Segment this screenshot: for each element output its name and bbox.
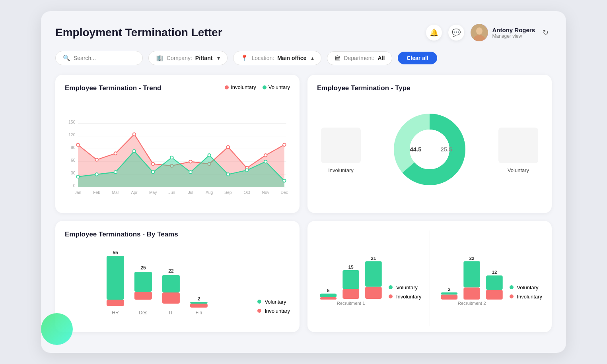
search-input[interactable] <box>74 55 135 61</box>
svg-point-33 <box>152 170 155 174</box>
svg-text:0: 0 <box>73 184 76 188</box>
svg-text:12: 12 <box>492 270 497 275</box>
teams-svg: 55 HR 25 Des 22 IT <box>65 245 253 324</box>
department-filter[interactable]: 🏛 Department: All <box>327 51 392 65</box>
svg-text:Jan: Jan <box>75 190 82 195</box>
svg-point-39 <box>264 160 267 163</box>
svg-rect-72 <box>190 304 208 308</box>
svg-text:22: 22 <box>168 268 174 274</box>
svg-rect-63 <box>134 272 152 292</box>
svg-point-19 <box>133 133 136 136</box>
svg-text:30: 30 <box>71 171 76 175</box>
svg-point-40 <box>283 179 286 182</box>
svg-point-36 <box>208 154 211 157</box>
svg-point-16 <box>76 143 80 147</box>
svg-rect-91 <box>486 275 503 290</box>
svg-point-22 <box>189 160 192 163</box>
company-filter[interactable]: 🏢 Company: Pittant ▾ <box>148 51 228 65</box>
svg-text:Nov: Nov <box>262 190 269 195</box>
svg-text:44.5: 44.5 <box>410 146 421 153</box>
svg-text:Oct: Oct <box>243 190 250 195</box>
chevron-down-icon: ▾ <box>217 55 220 61</box>
recruitment2-section: 2 22 12 Recruitment 2 <box>438 230 543 326</box>
svg-text:5: 5 <box>327 288 329 293</box>
clear-all-button[interactable]: Clear all <box>398 52 437 64</box>
voluntary-side: Voluntary <box>498 128 538 173</box>
svg-text:IT: IT <box>169 310 173 316</box>
recruitment2-bars: 2 22 12 Recruitment 2 <box>438 230 506 312</box>
avatar <box>471 24 488 41</box>
by-teams-content: 55 HR 25 Des 22 IT <box>65 245 290 326</box>
legend-involuntary: Involuntary <box>225 84 256 90</box>
line-chart-area: 0 30 60 90 120 150 <box>65 102 290 207</box>
donut-svg-container: 44.5 25.5 <box>386 106 473 195</box>
svg-text:90: 90 <box>71 145 76 150</box>
donut-svg: 44.5 25.5 <box>386 106 473 193</box>
svg-rect-79 <box>342 289 359 299</box>
user-name: Antony Rogers <box>492 27 535 33</box>
svg-text:Jun: Jun <box>168 190 175 195</box>
user-info: Antony Rogers Manager view ↻ <box>471 24 552 41</box>
department-value: All <box>377 55 385 61</box>
svg-rect-75 <box>320 294 337 297</box>
svg-point-17 <box>95 158 98 161</box>
notification-button[interactable]: 🔔 <box>426 25 442 41</box>
svg-point-31 <box>114 170 117 174</box>
involuntary-label: Involuntary <box>321 167 361 173</box>
type-chart-card: Employee Termination - Type Involuntary <box>307 75 552 213</box>
svg-point-38 <box>245 169 249 172</box>
svg-text:21: 21 <box>371 256 376 261</box>
involuntary-side: Involuntary <box>321 128 361 173</box>
svg-text:2: 2 <box>448 287 450 292</box>
page-title: Employment Termination Letter <box>55 26 222 39</box>
svg-rect-64 <box>134 292 152 300</box>
message-button[interactable]: 💬 <box>448 25 464 41</box>
svg-text:Feb: Feb <box>93 190 100 195</box>
company-label: Company: <box>167 55 192 61</box>
svg-point-20 <box>152 163 155 166</box>
recruitment1-svg: 5 15 21 Recruitment 1 <box>317 230 385 310</box>
trend-chart-header: Employee Termination - Trend Involuntary… <box>65 84 290 99</box>
involuntary-dot <box>225 85 229 89</box>
recruitment-chart-card: 5 15 21 Recruitment 1 <box>307 221 552 332</box>
r2-legend-voluntary: Voluntary <box>510 285 542 290</box>
svg-text:Mar: Mar <box>112 190 119 195</box>
svg-rect-68 <box>162 292 180 304</box>
svg-text:15: 15 <box>348 265 354 269</box>
header-right: 🔔 💬 Antony Rogers Manager view ↻ <box>426 24 552 41</box>
legend-voluntary-item: Voluntary <box>257 299 290 305</box>
svg-text:55: 55 <box>113 250 118 256</box>
svg-text:60: 60 <box>71 158 76 163</box>
department-label: Department: <box>344 55 374 61</box>
svg-rect-86 <box>441 294 457 299</box>
search-container: 🔍 <box>55 51 143 65</box>
recruitment1-bars: 5 15 21 Recruitment 1 <box>317 230 385 312</box>
by-teams-chart-card: Employee Terminations - By Teams 55 HR 2… <box>55 221 300 332</box>
svg-text:Recruitment 1: Recruitment 1 <box>337 301 365 306</box>
svg-rect-88 <box>463 261 480 287</box>
legend-involuntary-item: Involuntary <box>257 308 290 314</box>
refresh-button[interactable]: ↻ <box>539 26 552 39</box>
svg-rect-67 <box>162 275 180 292</box>
svg-text:Dec: Dec <box>281 190 288 195</box>
svg-rect-85 <box>441 292 457 295</box>
r1-legend: Voluntary Involuntary <box>389 285 421 300</box>
type-chart-title: Employee Termination - Type <box>317 84 542 92</box>
recruitment1-section: 5 15 21 Recruitment 1 <box>317 230 422 326</box>
svg-point-27 <box>283 143 286 147</box>
r2-legend: Voluntary Involuntary <box>510 285 542 300</box>
header: Employment Termination Letter 🔔 💬 Antony… <box>55 24 552 41</box>
filter-bar: 🔍 🏢 Company: Pittant ▾ 📍 Location: Main … <box>55 51 552 65</box>
svg-text:2: 2 <box>198 296 200 302</box>
svg-point-34 <box>170 156 173 159</box>
svg-point-1 <box>476 27 482 35</box>
user-role: Manager view <box>492 33 535 39</box>
svg-rect-89 <box>463 288 480 300</box>
svg-point-37 <box>227 173 230 176</box>
r1-legend-voluntary: Voluntary <box>389 285 421 290</box>
by-teams-bars: 55 HR 25 Des 22 IT <box>65 245 253 326</box>
recruitment2-svg: 2 22 12 Recruitment 2 <box>438 230 506 310</box>
svg-point-18 <box>114 152 117 155</box>
svg-text:22: 22 <box>469 256 474 261</box>
location-filter[interactable]: 📍 Location: Main office ▴ <box>233 51 321 65</box>
